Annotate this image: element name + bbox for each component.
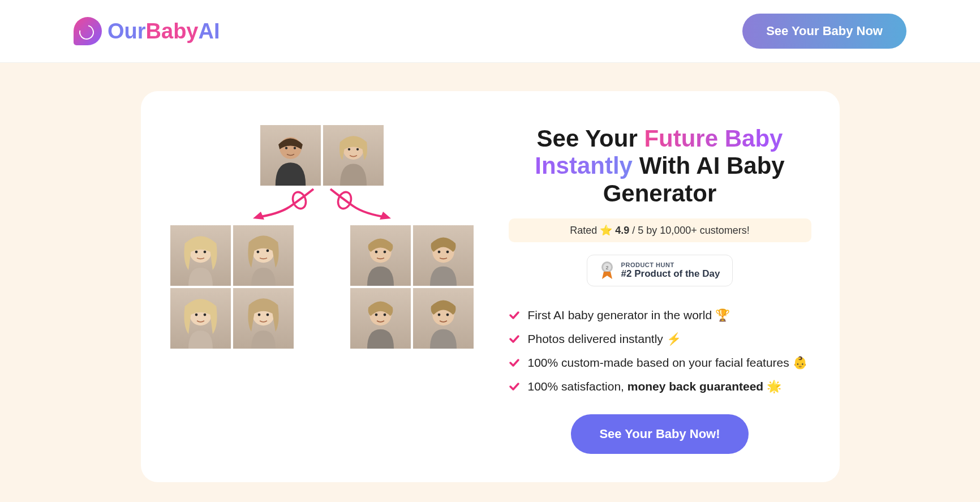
sample-images-panel [169,125,475,454]
svg-point-1 [285,147,287,149]
logo[interactable]: OurBabyAI [74,17,220,45]
svg-point-16 [203,314,206,316]
svg-point-30 [437,314,440,316]
svg-point-2 [293,147,295,149]
logo-text: OurBabyAI [108,19,220,44]
page-background: See Your Future Baby Instantly With AI B… [0,63,980,502]
rating-score: 4.9 [615,225,629,236]
badge-label: PRODUCT HUNT [621,261,720,268]
svg-point-5 [356,148,358,151]
check-icon [509,357,520,368]
child-photo-boy-3 [350,288,411,349]
feature-text: 100% custom-made based on your facial fe… [528,356,807,370]
svg-point-31 [446,314,449,316]
hero-headline: See Your Future Baby Instantly With AI B… [509,125,811,207]
child-photo-girl-4 [233,288,294,349]
svg-point-21 [375,251,377,254]
children-row [170,225,474,349]
child-photo-girl-1 [170,225,231,286]
feature-item-1: First AI baby generator in the world 🏆 [509,303,811,327]
child-photo-girl-3 [170,288,231,349]
medal-icon: 2 [600,261,614,280]
site-header: OurBabyAI See Your Baby Now [0,0,980,63]
hero-card: See Your Future Baby Instantly With AI B… [141,91,840,482]
girls-block [170,225,294,349]
check-icon [509,310,520,321]
svg-point-28 [383,314,386,316]
svg-point-27 [375,314,377,316]
svg-text:2: 2 [605,265,608,271]
svg-point-9 [195,251,197,254]
hero-content: See Your Future Baby Instantly With AI B… [509,125,811,454]
feature-text: Photos delivered instantly ⚡ [528,332,681,346]
arrows-row [226,191,418,225]
child-photo-boy-2 [413,225,474,286]
child-photo-boy-4 [413,288,474,349]
svg-point-4 [347,148,350,151]
rating-prefix: Rated [570,225,600,236]
feature-item-3: 100% custom-made based on your facial fe… [509,351,811,375]
parents-row [260,125,384,186]
svg-point-13 [266,250,269,252]
svg-point-25 [446,251,449,254]
child-photo-boy-1 [350,225,411,286]
parent-photo-2 [323,125,384,186]
rating-suffix: / 5 by 10,000+ customers! [629,225,750,236]
feature-text: First AI baby generator in the world 🏆 [528,308,730,322]
check-icon [509,381,520,392]
boys-block [350,225,474,349]
parent-photo-1 [260,125,321,186]
svg-point-15 [195,314,197,316]
logo-icon [74,17,102,45]
badge-text: PRODUCT HUNT #2 Product of the Day [621,261,720,280]
svg-point-19 [266,314,269,316]
svg-point-18 [257,314,260,316]
logo-part-ai: AI [198,19,220,43]
svg-point-22 [383,251,386,254]
header-cta-button[interactable]: See Your Baby Now [742,14,906,49]
svg-point-10 [203,251,206,254]
features-list: First AI baby generator in the world 🏆 P… [509,303,811,398]
logo-part-our: Our [108,19,146,43]
rating-bar: Rated ⭐ 4.9 / 5 by 10,000+ customers! [509,218,811,242]
feature-text: 100% satisfaction, money back guaranteed… [528,380,782,393]
hero-cta-button[interactable]: See Your Baby Now! [571,414,748,454]
headline-part1: See Your [537,125,644,152]
child-photo-girl-2 [233,225,294,286]
feature-item-4: 100% satisfaction, money back guaranteed… [509,375,811,398]
svg-point-12 [256,251,259,254]
feature-item-2: Photos delivered instantly ⚡ [509,327,811,351]
star-icon: ⭐ [600,225,612,236]
check-icon [509,333,520,345]
arrows-icon [226,185,418,225]
product-hunt-badge[interactable]: 2 PRODUCT HUNT #2 Product of the Day [587,255,733,286]
badge-title: #2 Product of the Day [621,268,720,280]
logo-part-baby: Baby [146,19,199,43]
svg-point-24 [437,251,440,254]
